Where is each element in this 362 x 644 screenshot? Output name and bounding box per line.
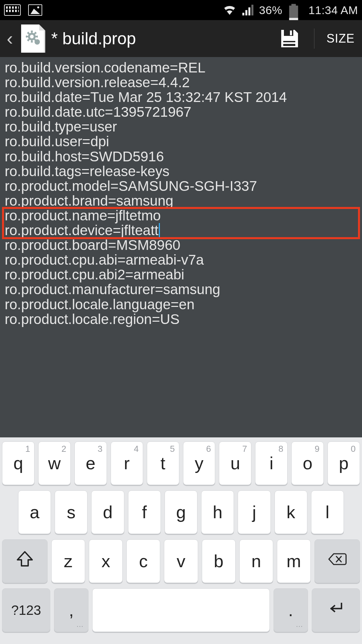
file-type-icon bbox=[21, 24, 45, 53]
editor-line[interactable]: ro.product.cpu.abi=armeabi-v7a bbox=[5, 253, 357, 267]
key-t[interactable]: t5 bbox=[147, 441, 179, 485]
space-key[interactable] bbox=[92, 588, 269, 632]
soft-keyboard: q1w2e3r4t5y6u7i8o9p0 asdfghjkl zxcvbnm ?… bbox=[0, 437, 362, 644]
status-bar: 36% 11:34 AM bbox=[0, 0, 362, 20]
svg-point-0 bbox=[229, 7, 230, 8]
key-i[interactable]: i8 bbox=[255, 441, 288, 485]
editor-line[interactable]: ro.build.user=dpi bbox=[5, 134, 357, 149]
enter-key[interactable] bbox=[312, 588, 360, 632]
screenshot-indicator-icon bbox=[28, 4, 42, 16]
file-title: * build.prop bbox=[51, 29, 273, 48]
back-button[interactable]: ‹ bbox=[5, 29, 15, 48]
key-v[interactable]: v bbox=[164, 539, 198, 583]
key-z[interactable]: z bbox=[51, 539, 85, 583]
text-cursor bbox=[159, 223, 160, 237]
key-h[interactable]: h bbox=[201, 490, 234, 534]
shift-key[interactable] bbox=[2, 539, 48, 583]
editor-line[interactable]: ro.build.version.codename=REL bbox=[5, 60, 357, 75]
wifi-icon bbox=[223, 3, 236, 17]
symbols-key[interactable]: ?123 bbox=[2, 588, 50, 632]
key-u[interactable]: u7 bbox=[219, 441, 251, 485]
key-x[interactable]: x bbox=[89, 539, 123, 583]
editor-line[interactable]: ro.build.version.release=4.4.2 bbox=[5, 75, 357, 90]
key-e[interactable]: e3 bbox=[74, 441, 107, 485]
key-y[interactable]: y6 bbox=[183, 441, 216, 485]
key-n[interactable]: n bbox=[239, 539, 273, 583]
key-r[interactable]: r4 bbox=[111, 441, 143, 485]
editor-line[interactable]: ro.product.locale.region=US bbox=[5, 312, 357, 327]
svg-rect-8 bbox=[283, 42, 295, 44]
cell-signal-icon bbox=[241, 3, 254, 17]
comma-key[interactable]: ,… bbox=[54, 588, 88, 632]
keyboard-indicator-icon bbox=[4, 4, 21, 16]
battery-icon bbox=[287, 3, 300, 17]
key-a[interactable]: a bbox=[18, 490, 51, 534]
editor-line[interactable]: ro.build.date=Tue Mar 25 13:32:47 KST 20… bbox=[5, 90, 357, 105]
battery-percent: 36% bbox=[259, 4, 283, 17]
clock: 11:34 AM bbox=[308, 4, 358, 17]
editor-line[interactable]: ro.build.date.utc=1395721967 bbox=[5, 105, 357, 119]
editor-line[interactable]: ro.product.brand=samsung bbox=[5, 194, 357, 208]
editor-line[interactable]: ro.product.name=jfltetmo bbox=[5, 208, 357, 223]
key-l[interactable]: l bbox=[311, 490, 344, 534]
period-key[interactable]: .… bbox=[274, 588, 308, 632]
key-c[interactable]: c bbox=[126, 539, 160, 583]
key-m[interactable]: m bbox=[277, 539, 311, 583]
editor-line[interactable]: ro.product.device=jflteatt bbox=[5, 223, 357, 238]
key-j[interactable]: j bbox=[238, 490, 270, 534]
key-b[interactable]: b bbox=[202, 539, 236, 583]
backspace-key[interactable] bbox=[314, 539, 360, 583]
editor-line[interactable]: ro.product.model=SAMSUNG-SGH-I337 bbox=[5, 179, 357, 194]
editor-line[interactable]: ro.build.type=user bbox=[5, 119, 357, 134]
app-toolbar: ‹ * build.prop SIZE bbox=[0, 20, 362, 57]
text-editor[interactable]: ro.build.version.codename=RELro.build.ve… bbox=[0, 57, 362, 437]
editor-line[interactable]: ro.product.board=MSM8960 bbox=[5, 238, 357, 253]
save-button[interactable] bbox=[279, 28, 300, 49]
toolbar-divider bbox=[314, 29, 314, 49]
key-w[interactable]: w2 bbox=[38, 441, 71, 485]
editor-line[interactable]: ro.build.host=SWDD5916 bbox=[5, 149, 357, 164]
editor-line[interactable]: ro.build.tags=release-keys bbox=[5, 164, 357, 179]
svg-rect-5 bbox=[290, 31, 292, 35]
key-g[interactable]: g bbox=[165, 490, 197, 534]
editor-line[interactable]: ro.product.locale.language=en bbox=[5, 297, 357, 312]
key-q[interactable]: q1 bbox=[2, 441, 35, 485]
key-s[interactable]: s bbox=[55, 490, 87, 534]
key-o[interactable]: o9 bbox=[291, 441, 324, 485]
svg-rect-7 bbox=[283, 39, 295, 41]
size-button[interactable]: SIZE bbox=[326, 32, 357, 46]
key-k[interactable]: k bbox=[275, 490, 307, 534]
editor-line[interactable]: ro.product.manufacturer=samsung bbox=[5, 282, 357, 297]
key-f[interactable]: f bbox=[128, 490, 161, 534]
key-d[interactable]: d bbox=[91, 490, 124, 534]
editor-line[interactable]: ro.product.cpu.abi2=armeabi bbox=[5, 267, 357, 282]
key-p[interactable]: p0 bbox=[327, 441, 360, 485]
svg-rect-2 bbox=[292, 4, 296, 6]
